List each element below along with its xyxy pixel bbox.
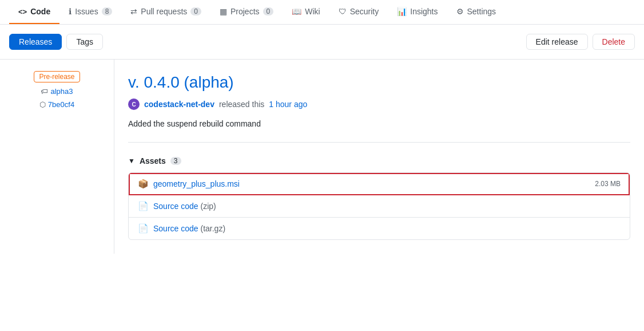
nav-issues-label: Issues <box>75 7 98 16</box>
asset-name-msi: geometry_plus_plus.msi <box>153 179 240 188</box>
nav-settings[interactable]: ⚙ Settings <box>447 0 506 24</box>
assets-label: Assets <box>140 156 166 166</box>
sub-nav-right: Edit release Delete <box>526 34 635 50</box>
wiki-icon: 📖 <box>292 7 301 16</box>
asset-item-zip: 📄 Source code (zip) <box>129 195 630 218</box>
nav-issues[interactable]: ℹ Issues 8 <box>59 0 121 24</box>
edit-release-button[interactable]: Edit release <box>526 34 588 50</box>
author-avatar: C <box>128 98 140 110</box>
asset-name-targz: Source code (tar.gz) <box>153 224 225 233</box>
assets-header: ▼ Assets 3 <box>128 156 630 166</box>
nav-projects-label: Projects <box>230 7 260 16</box>
nav-wiki[interactable]: 📖 Wiki <box>283 0 329 24</box>
release-time: 1 hour ago <box>269 100 307 109</box>
code-icon: <> <box>18 7 27 16</box>
sidebar-commit-label[interactable]: 7be0cf4 <box>48 100 74 109</box>
sub-nav-left: Releases Tags <box>9 34 103 50</box>
asset-item-msi: 📦 geometry_plus_plus.msi 2.03 MB <box>129 173 630 195</box>
projects-badge: 0 <box>263 7 274 15</box>
delete-button[interactable]: Delete <box>593 34 635 50</box>
assets-chevron[interactable]: ▼ <box>128 157 135 165</box>
release-meta: C codestack-net-dev released this 1 hour… <box>128 98 630 110</box>
nav-projects[interactable]: ▦ Projects 0 <box>210 0 283 24</box>
issues-icon: ℹ <box>69 7 71 16</box>
sidebar-tag: 🏷 alpha3 <box>41 87 73 96</box>
release-content: v. 0.4.0 (alpha) C codestack-net-dev rel… <box>114 60 644 254</box>
nav-code[interactable]: <> Code <box>9 0 59 24</box>
asset-link-targz[interactable]: 📄 Source code (tar.gz) <box>138 223 225 234</box>
releases-button[interactable]: Releases <box>9 34 62 50</box>
pull-requests-icon: ⇄ <box>130 7 137 16</box>
commit-icon: ⬡ <box>39 100 46 109</box>
nav-security[interactable]: 🛡 Security <box>329 0 388 24</box>
nav-security-label: Security <box>350 7 379 16</box>
nav-settings-label: Settings <box>467 7 496 16</box>
nav-code-label: Code <box>30 7 50 16</box>
targz-icon: 📄 <box>138 223 149 234</box>
assets-list: 📦 geometry_plus_plus.msi 2.03 MB 📄 Sourc… <box>128 172 630 240</box>
sub-nav: Releases Tags Edit release Delete <box>0 25 644 60</box>
projects-icon: ▦ <box>220 7 227 16</box>
security-icon: 🛡 <box>339 7 347 16</box>
sidebar: Pre-release 🏷 alpha3 ⬡ 7be0cf4 <box>0 60 114 254</box>
release-description: Added the suspend rebuild command <box>128 119 630 143</box>
assets-count: 3 <box>170 157 181 165</box>
insights-icon: 📊 <box>397 7 407 16</box>
issues-badge: 8 <box>102 7 113 15</box>
msi-icon: 📦 <box>138 179 149 189</box>
pre-release-badge: Pre-release <box>34 71 79 82</box>
asset-item-targz: 📄 Source code (tar.gz) <box>129 218 630 239</box>
nav-pull-requests-label: Pull requests <box>141 7 187 16</box>
top-nav: <> Code ℹ Issues 8 ⇄ Pull requests 0 ▦ P… <box>0 0 644 25</box>
nav-insights[interactable]: 📊 Insights <box>388 0 447 24</box>
main-content: Pre-release 🏷 alpha3 ⬡ 7be0cf4 v. 0.4.0 … <box>0 60 644 254</box>
release-title: v. 0.4.0 (alpha) <box>128 73 630 92</box>
asset-size-msi: 2.03 MB <box>595 180 621 188</box>
tag-icon: 🏷 <box>41 87 48 96</box>
asset-name-zip: Source code (zip) <box>153 202 216 211</box>
settings-icon: ⚙ <box>456 7 464 16</box>
asset-link-zip[interactable]: 📄 Source code (zip) <box>138 201 216 211</box>
sidebar-commit: ⬡ 7be0cf4 <box>39 100 74 109</box>
sidebar-tag-label[interactable]: alpha3 <box>50 87 73 96</box>
tags-button[interactable]: Tags <box>66 34 103 50</box>
release-text: released this <box>219 100 264 109</box>
nav-wiki-label: Wiki <box>305 7 320 16</box>
zip-icon: 📄 <box>138 201 149 211</box>
release-author[interactable]: codestack-net-dev <box>144 100 214 109</box>
pull-requests-badge: 0 <box>190 7 201 15</box>
nav-pull-requests[interactable]: ⇄ Pull requests 0 <box>121 0 210 24</box>
asset-link-msi[interactable]: 📦 geometry_plus_plus.msi <box>138 179 240 189</box>
nav-insights-label: Insights <box>410 7 438 16</box>
